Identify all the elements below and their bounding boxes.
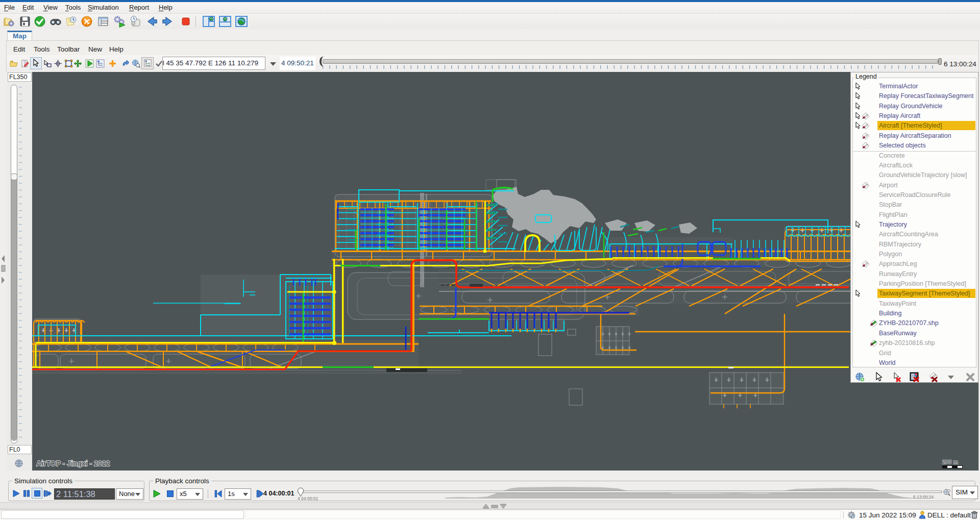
svg-text:200 m: 200 m	[942, 459, 958, 465]
svg-text:AirTOP - Jingxi - 2022: AirTOP - Jingxi - 2022	[36, 459, 110, 467]
